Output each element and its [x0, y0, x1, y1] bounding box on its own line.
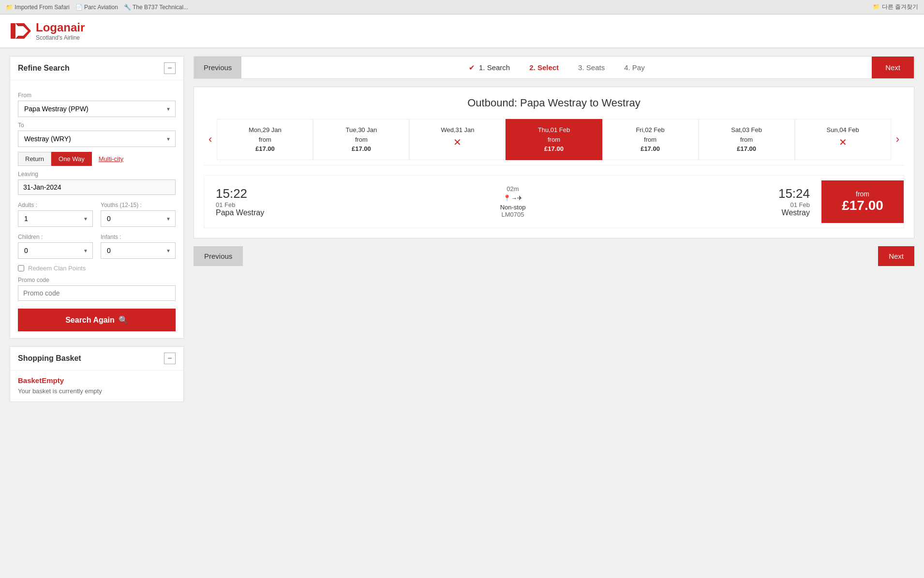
- flight-departure: 15:22 01 Feb Papa Westray: [204, 177, 469, 227]
- date-from-3: from: [510, 135, 597, 145]
- top-next-button[interactable]: Next: [872, 57, 914, 78]
- date-unavailable-6: ✕: [799, 135, 887, 149]
- step-3-seats: 3. Seats: [578, 63, 605, 72]
- from-select[interactable]: Papa Westray (PPW): [18, 101, 176, 117]
- date-options: Mon,29 Jan from £17.00 Tue,30 Jan from £…: [217, 119, 891, 160]
- promo-code-input[interactable]: [18, 285, 176, 301]
- date-unavailable-2: ✕: [414, 135, 501, 149]
- basket-collapse-btn[interactable]: −: [164, 353, 176, 364]
- step-1-label: 1. Search: [479, 63, 510, 72]
- adults-select[interactable]: 123: [18, 210, 93, 227]
- adults-field: Adults : 123: [18, 197, 93, 227]
- date-next-button[interactable]: ›: [891, 133, 904, 146]
- bookmark-parc[interactable]: 📄 Parc Aviation: [75, 4, 118, 11]
- one-way-btn[interactable]: One Way: [51, 152, 92, 166]
- date-option-4[interactable]: Fri,02 Feb from £17.00: [602, 119, 699, 160]
- date-option-6[interactable]: Sun,04 Feb ✕: [795, 119, 891, 160]
- date-day-3: Thu,01 Feb: [510, 125, 597, 135]
- flight-row: 15:22 01 Feb Papa Westray 02m 📍→✈ Non-st…: [204, 175, 904, 228]
- date-day-2: Wed,31 Jan: [414, 125, 501, 135]
- return-btn[interactable]: Return: [18, 152, 51, 166]
- bookmark-other[interactable]: 📁 다른 즐겨찾기: [873, 3, 918, 11]
- infants-label: Infants :: [101, 234, 176, 240]
- date-option-1[interactable]: Tue,30 Jan from £17.00: [313, 119, 409, 160]
- children-field: Children : 012: [18, 229, 93, 259]
- basket-header: Shopping Basket −: [10, 347, 183, 371]
- refine-search-collapse-btn[interactable]: −: [164, 62, 176, 74]
- bottom-next-button[interactable]: Next: [878, 246, 914, 266]
- leaving-input[interactable]: [18, 179, 176, 195]
- date-day-4: Fri,02 Feb: [607, 125, 694, 135]
- arrival-time: 15:24: [568, 186, 810, 201]
- youths-select-wrapper: 012: [101, 210, 176, 227]
- price-from-label: from: [856, 190, 869, 198]
- departure-date: 01 Feb: [216, 201, 458, 208]
- flight-duration: 02m: [479, 185, 547, 193]
- date-from-5: from: [703, 135, 790, 145]
- infants-select[interactable]: 012: [101, 242, 176, 259]
- redeem-row: Redeem Clan Points: [18, 265, 176, 272]
- youths-label: Youths (12-15) :: [101, 202, 176, 208]
- children-select-wrapper: 012: [18, 242, 93, 259]
- logo-header: Loganair Scotland's Airline: [0, 15, 924, 48]
- refine-search-section: Refine Search − From Papa Westray (PPW) …: [10, 56, 184, 339]
- step-1-check-icon: ✔: [469, 63, 475, 72]
- flight-code: LM0705: [479, 211, 547, 218]
- bookmark-b737[interactable]: 🔧 The B737 Technical...: [124, 4, 188, 11]
- flight-title: Outbound: Papa Westray to Westray: [204, 97, 904, 109]
- logo-name: Loganair: [36, 21, 85, 34]
- search-again-label: Search Again: [65, 316, 115, 325]
- date-option-0[interactable]: Mon,29 Jan from £17.00: [217, 119, 313, 160]
- youths-select[interactable]: 012: [101, 210, 176, 227]
- date-option-5[interactable]: Sat,03 Feb from £17.00: [699, 119, 795, 160]
- youths-field: Youths (12-15) : 012: [101, 197, 176, 227]
- date-price-4: £17.00: [607, 144, 694, 154]
- passenger-row-1: Adults : 123 Youths (12-15) : 012: [18, 197, 176, 227]
- refine-search-header: Refine Search −: [10, 57, 183, 80]
- redeem-checkbox[interactable]: [18, 265, 24, 271]
- refine-search-title: Refine Search: [18, 64, 70, 73]
- promo-code-label: Promo code: [18, 277, 176, 283]
- from-label: From: [18, 92, 176, 99]
- date-day-0: Mon,29 Jan: [221, 125, 309, 135]
- children-select[interactable]: 012: [18, 242, 93, 259]
- date-price-1: £17.00: [317, 144, 405, 154]
- basket-empty-message: Your basket is currently empty: [10, 387, 183, 401]
- arrival-date: 01 Feb: [568, 201, 810, 208]
- date-option-3[interactable]: Thu,01 Feb from £17.00: [506, 119, 602, 160]
- departure-city: Papa Westray: [216, 208, 458, 217]
- adults-select-wrapper: 123: [18, 210, 93, 227]
- flight-price-button[interactable]: from £17.00: [821, 180, 904, 223]
- search-again-button[interactable]: Search Again 🔍: [18, 309, 176, 331]
- to-select-wrapper: Westray (WRY): [18, 131, 176, 147]
- svg-rect-0: [11, 23, 15, 39]
- date-from-1: from: [317, 135, 405, 145]
- steps-container: ✔ 1. Search 2. Select 3. Seats 4. Pay: [241, 63, 872, 72]
- adults-label: Adults :: [18, 202, 93, 208]
- date-price-3: £17.00: [510, 144, 597, 154]
- search-icon: 🔍: [119, 315, 128, 325]
- arrival-city: Westray: [568, 208, 810, 217]
- trip-type-buttons: Return One Way Multi-city: [18, 152, 176, 166]
- date-prev-button[interactable]: ‹: [204, 133, 217, 146]
- date-option-2[interactable]: Wed,31 Jan ✕: [409, 119, 506, 160]
- browser-bookmarks: 📁 Imported From Safari 📄 Parc Aviation 🔧…: [0, 0, 924, 15]
- children-label: Children :: [18, 234, 93, 240]
- date-price-5: £17.00: [703, 144, 790, 154]
- redeem-label: Redeem Clan Points: [28, 265, 86, 272]
- price-amount: £17.00: [842, 198, 883, 213]
- progress-bar: Previous ✔ 1. Search 2. Select 3. Seats …: [194, 56, 914, 79]
- sidebar: Refine Search − From Papa Westray (PPW) …: [10, 56, 184, 410]
- step-1-search: ✔ 1. Search: [469, 63, 510, 72]
- basket-title: Shopping Basket: [18, 354, 81, 363]
- bottom-navigation: Previous Next: [194, 246, 914, 266]
- date-from-4: from: [607, 135, 694, 145]
- multi-city-btn[interactable]: Multi-city: [92, 152, 130, 166]
- top-previous-button[interactable]: Previous: [194, 57, 241, 78]
- leaving-label: Leaving: [18, 171, 176, 178]
- shopping-basket-section: Shopping Basket − BasketEmpty Your baske…: [10, 346, 184, 402]
- to-select[interactable]: Westray (WRY): [18, 131, 176, 147]
- bookmark-imported[interactable]: 📁 Imported From Safari: [6, 4, 70, 11]
- bottom-previous-button[interactable]: Previous: [194, 246, 243, 266]
- date-day-6: Sun,04 Feb: [799, 125, 887, 135]
